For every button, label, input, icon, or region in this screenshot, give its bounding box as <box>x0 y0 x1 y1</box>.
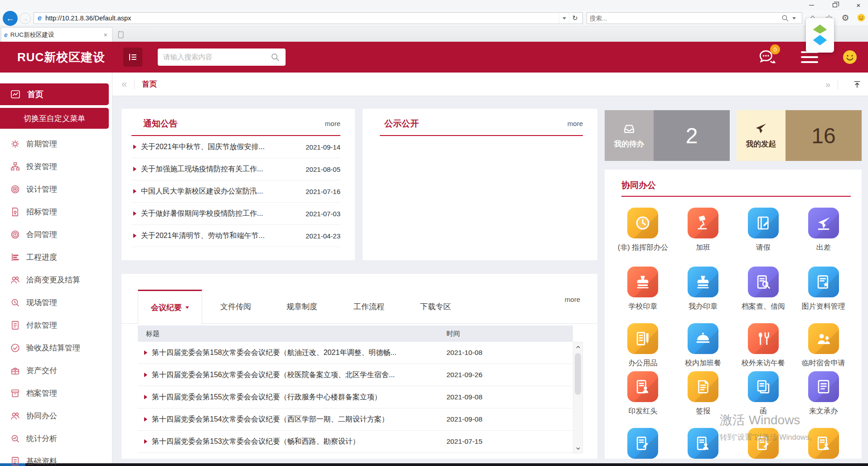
window-restore-button[interactable] <box>829 0 841 10</box>
scrollbar-track[interactable] <box>573 351 582 444</box>
sidebar-item-preliminary[interactable]: 前期管理 <box>0 132 109 155</box>
browser-search-input[interactable] <box>590 15 781 22</box>
sidebar-item-label: 资产交付 <box>26 365 57 376</box>
notice-more-link[interactable]: more <box>325 120 340 127</box>
sidebar-switch-menu-button[interactable]: 切换至自定义菜单 <box>0 108 109 129</box>
browser-forward-button[interactable]: → <box>19 13 31 24</box>
table-row[interactable]: 第十四届党委会第153次常委会会议纪要（畅和西路、勘察设计）2021-07-15 <box>138 431 573 453</box>
window-minimize-button[interactable] <box>805 0 817 10</box>
app-office-seal[interactable]: 我办印章 <box>673 267 733 311</box>
sidebar-item-progress[interactable]: 工程进度 <box>0 246 109 268</box>
user-avatar-smiley[interactable] <box>842 49 858 65</box>
table-row[interactable]: 第十四届党委会第156次常委会会议纪要（校医院备案立项、北区学生宿舍...202… <box>138 364 573 386</box>
notice-item[interactable]: 关于加强施工现场疫情防控有关工作...2021-08-05 <box>131 158 340 180</box>
public-more-link[interactable]: more <box>567 120 583 127</box>
sidebar-item-collaboration[interactable]: 协同办公 <box>0 404 109 427</box>
app-header: RUC新校区建设 0 <box>0 42 868 73</box>
sidebar-item-home[interactable]: 首页 <box>0 83 109 105</box>
sidebar-item-negotiation[interactable]: 洽商变更及结算 <box>0 268 109 291</box>
feedback-smiley-icon[interactable] <box>857 13 866 22</box>
app-overtime-meal[interactable]: 校内加班餐 <box>673 323 733 368</box>
expand-tabs-icon[interactable]: » <box>825 79 830 90</box>
overlay-app-logo[interactable] <box>806 18 834 53</box>
scrollbar-thumb[interactable] <box>575 353 581 395</box>
browser-back-button[interactable]: ← <box>3 11 18 26</box>
my-todo-card[interactable]: 我的待办 2 <box>605 110 730 161</box>
app-overtime[interactable]: 加班 <box>673 208 733 252</box>
window-close-button[interactable]: × <box>853 0 864 10</box>
row-date: 2021-09-26 <box>446 371 573 379</box>
app-command-office[interactable]: (非) 指挥部办公 <box>613 208 673 252</box>
app-leave[interactable]: 请假 <box>733 208 794 252</box>
cloche-icon <box>694 330 712 347</box>
my-initiated-card[interactable]: 我的发起 16 <box>737 110 862 161</box>
breadcrumb-current-tab[interactable]: 首页 <box>142 79 157 89</box>
clock-icon <box>634 214 651 232</box>
tab-rules[interactable]: 规章制度 <box>269 290 335 324</box>
scroll-to-top-icon[interactable] <box>853 80 862 89</box>
browser-tab-active[interactable]: e RUC新校区建设 × <box>1 27 112 42</box>
table-scrollbar[interactable] <box>573 342 583 453</box>
app-tile[interactable] <box>733 428 794 459</box>
hamburger-menu-button[interactable] <box>801 51 818 63</box>
divider <box>838 79 838 89</box>
sidebar-item-design[interactable]: 设计管理 <box>0 178 109 200</box>
table-row[interactable]: 第十四届党委会第158次常委会会议纪要（航油迁改、2021年调整、明德畅...2… <box>138 342 573 364</box>
app-letter[interactable]: 函 <box>733 371 794 416</box>
sidebar-item-archive[interactable]: 档案管理 <box>0 382 109 404</box>
notice-item[interactable]: 关于2021年中秋节、国庆节放假安排...2021-09-14 <box>131 136 340 158</box>
tab-workflow[interactable]: 工作流程 <box>336 290 402 324</box>
search-icon[interactable] <box>270 52 280 62</box>
scroll-down-icon[interactable] <box>573 444 582 453</box>
tab-document-circulation[interactable]: 文件传阅 <box>203 290 269 324</box>
search-dropdown-button[interactable] <box>789 13 799 24</box>
sidebar-item-bidding[interactable]: 招标管理 <box>0 200 109 223</box>
sidebar-item-payment[interactable]: 付款管理 <box>0 314 109 336</box>
sidebar-item-contract[interactable]: 合同管理 <box>0 223 109 246</box>
sidebar-item-site[interactable]: 现场管理 <box>0 291 109 314</box>
search-icon[interactable] <box>781 14 789 22</box>
app-visitor-lunch[interactable]: 校外来访午餐 <box>733 323 794 368</box>
new-tab-button[interactable] <box>115 29 127 40</box>
url-input[interactable] <box>45 15 559 22</box>
app-memo[interactable]: 签报 <box>673 371 733 416</box>
refresh-button[interactable]: ↻ <box>569 13 581 24</box>
sidebar-item-asset[interactable]: 资产交付 <box>0 359 109 382</box>
url-dropdown-button[interactable] <box>559 13 569 24</box>
sidebar-item-investment[interactable]: 投资管理 <box>0 155 109 178</box>
app-tile[interactable] <box>673 428 733 459</box>
sidebar-item-basic-data[interactable]: 基础资料 <box>0 450 109 466</box>
app-business-trip[interactable]: 出差 <box>793 208 853 252</box>
app-school-seal[interactable]: 学校印章 <box>613 267 673 311</box>
main-menu-button[interactable] <box>123 48 142 67</box>
app-archive-borrow[interactable]: 档案查、借阅 <box>733 267 794 311</box>
notice-item[interactable]: 关于做好暑假期间学校疫情防控工作...2021-07-03 <box>131 203 340 225</box>
tab-meeting-minutes[interactable]: 会议纪要 <box>138 290 202 324</box>
app-dorm-application[interactable]: 临时宿舍申请 <box>793 323 853 368</box>
sidebar-home-label: 首页 <box>27 89 44 100</box>
tab-downloads[interactable]: 下载专区 <box>402 290 469 324</box>
app-label: 来文承办 <box>797 406 850 416</box>
sidebar: 首页 切换至自定义菜单 前期管理 投资管理 设计管理 招标管理 合同管理 工程进… <box>0 73 112 463</box>
documents-more-link[interactable]: more <box>565 296 580 303</box>
asset-box-icon <box>10 365 20 376</box>
bullet-triangle-icon <box>144 439 147 444</box>
collapse-tabs-icon[interactable]: « <box>121 78 127 90</box>
scroll-up-icon[interactable] <box>573 342 582 351</box>
app-official-letterhead[interactable]: 印发红头 <box>613 371 673 416</box>
messages-button[interactable]: 0 <box>757 48 777 66</box>
app-tile[interactable] <box>793 428 853 459</box>
app-photo-management[interactable]: 图片资料管理 <box>793 267 853 311</box>
app-office-supplies[interactable]: 办公用品 <box>613 323 673 368</box>
sidebar-item-statistics[interactable]: 统计分析 <box>0 427 109 450</box>
app-incoming-document[interactable]: 来文承办 <box>793 371 853 416</box>
table-row[interactable]: 第十四届党委会第155次常委会会议纪要（行政服务中心楼群备案立项）2021-09… <box>138 386 573 408</box>
table-row[interactable]: 第十四届党委会第154次常委会会议纪要（西区学部一期、二期设计方案）2021-0… <box>138 408 573 431</box>
notice-item[interactable]: 关于2021年清明节、劳动节和端午节...2021-04-23 <box>131 225 340 247</box>
app-search-input[interactable] <box>163 53 270 61</box>
sidebar-item-acceptance[interactable]: 验收及结算管理 <box>0 336 109 359</box>
notice-item[interactable]: 中国人民大学新校区建设办公室防汛...2021-07-16 <box>131 180 340 203</box>
settings-gear-icon[interactable]: ⚙ <box>840 13 850 23</box>
tab-close-icon[interactable]: × <box>102 31 109 39</box>
app-tile[interactable] <box>613 428 673 459</box>
